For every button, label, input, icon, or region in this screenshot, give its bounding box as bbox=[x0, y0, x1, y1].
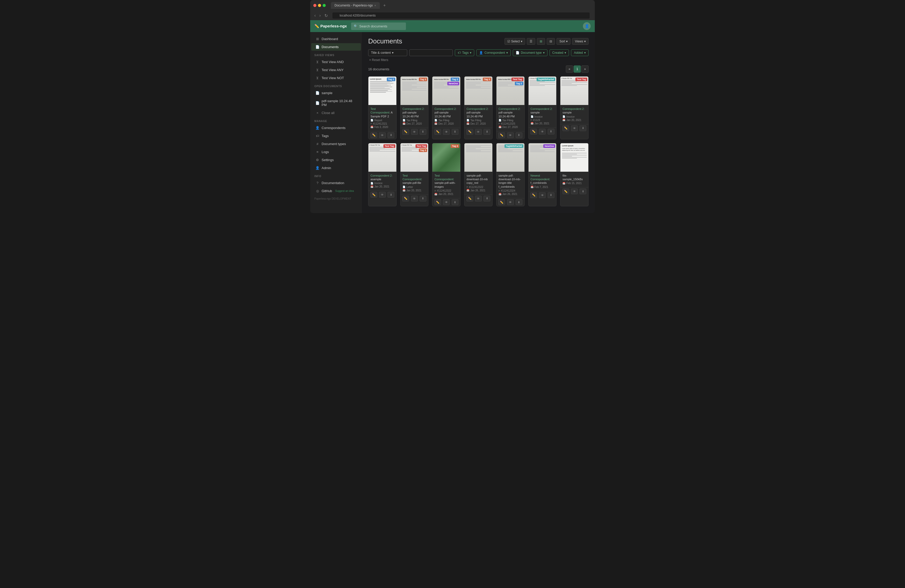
edit-btn-9[interactable]: ✏️ bbox=[402, 196, 409, 201]
address-bar[interactable]: localhost:4200/documents bbox=[332, 13, 590, 19]
doc-card-11[interactable]: sample-pdf-download-10-mb copy_red # #11… bbox=[464, 143, 492, 206]
view-btn-4[interactable]: 👁 bbox=[475, 129, 482, 135]
sidebar-item-logs[interactable]: ≡ Logs bbox=[311, 148, 361, 156]
correspondent-link-5[interactable]: Correspondent 2: bbox=[499, 107, 521, 110]
sidebar-item-view-not[interactable]: ⊻ Test View NOT bbox=[311, 74, 361, 82]
doctype-filter-button[interactable]: 📄 Document type ▾ bbox=[513, 49, 548, 56]
view-btn-14[interactable]: 👁 bbox=[571, 189, 578, 194]
correspondent-link-3[interactable]: Correspondent 2: bbox=[434, 107, 456, 110]
download-btn-11[interactable]: ⬇ bbox=[484, 196, 490, 201]
correspondent-link-6[interactable]: Correspondent 2: bbox=[530, 107, 553, 110]
reload-button[interactable]: ↻ bbox=[323, 13, 329, 19]
download-btn-13[interactable]: ⬇ bbox=[548, 192, 554, 198]
sidebar-item-documents[interactable]: 📄 Documents bbox=[311, 43, 361, 51]
view-btn-9[interactable]: 👁 bbox=[411, 196, 418, 201]
view-btn-2[interactable]: 👁 bbox=[411, 129, 418, 135]
detail-view-button[interactable]: ⊟ bbox=[547, 38, 555, 45]
browser-tab[interactable]: Documents - Paperless-ngx × bbox=[331, 2, 380, 9]
doc-card-5[interactable]: Adobe Acrobat PDF File Test Tag Tag 2 bbox=[496, 76, 525, 139]
tab-close-btn[interactable]: × bbox=[375, 4, 376, 7]
correspondent-link-4[interactable]: Correspondent 2: bbox=[467, 107, 489, 110]
doc-card-8[interactable]: A Simple PDF File Test Tag bbox=[368, 143, 397, 206]
sidebar-item-correspondents[interactable]: 👤 Correspondents bbox=[311, 124, 361, 132]
minimize-dot[interactable] bbox=[318, 4, 321, 7]
doc-card-14[interactable]: Lorem ipsum Lorem ipsum dolor sit amet, … bbox=[560, 143, 589, 206]
doc-card-1[interactable]: Lorem Ipsum bbox=[368, 76, 397, 139]
edit-btn-2[interactable]: ✏️ bbox=[402, 129, 409, 135]
download-btn-5[interactable]: ⬇ bbox=[516, 132, 522, 138]
view-btn-5[interactable]: 👁 bbox=[507, 132, 514, 138]
sidebar-item-github[interactable]: ◎ GitHub Suggest an idea bbox=[311, 187, 361, 195]
edit-btn-5[interactable]: ✏️ bbox=[498, 132, 505, 138]
view-btn-6[interactable]: 👁 bbox=[539, 129, 546, 135]
edit-btn-12[interactable]: ✏️ bbox=[498, 200, 505, 205]
select-button[interactable]: ☑ Select ▾ bbox=[505, 38, 525, 45]
edit-btn-1[interactable]: ✏️ bbox=[370, 132, 377, 138]
correspondent-link-10[interactable]: Test Correspondent: bbox=[434, 174, 454, 181]
forward-button[interactable]: › bbox=[318, 13, 322, 18]
maximize-dot[interactable] bbox=[322, 4, 326, 7]
sidebar-item-admin[interactable]: 👤 Admin bbox=[311, 164, 361, 172]
doc-card-9[interactable]: A Simple PDF File Test Tag Tag 3 bbox=[400, 143, 429, 206]
view-btn-11[interactable]: 👁 bbox=[475, 196, 482, 201]
edit-btn-10[interactable]: ✏️ bbox=[434, 200, 441, 205]
user-avatar-button[interactable]: 👤 bbox=[583, 22, 591, 30]
created-filter-button[interactable]: Created ▾ bbox=[549, 49, 569, 56]
doc-card-10[interactable]: Tag 3 Test Correspondent: sample-pdf-wit… bbox=[432, 143, 460, 206]
download-btn-3[interactable]: ⬇ bbox=[452, 129, 459, 135]
back-button[interactable]: ‹ bbox=[313, 13, 317, 18]
filter-text-input[interactable] bbox=[409, 49, 453, 56]
correspondent-link-13[interactable]: Newest Correspondent: bbox=[530, 174, 550, 181]
sort-button[interactable]: Sort ▾ bbox=[557, 38, 570, 45]
sidebar-item-tags[interactable]: 🏷 Tags bbox=[311, 132, 361, 139]
download-btn-9[interactable]: ⬇ bbox=[420, 196, 426, 201]
download-btn-2[interactable]: ⬇ bbox=[420, 129, 426, 135]
download-btn-6[interactable]: ⬇ bbox=[548, 129, 554, 135]
sidebar-item-documentation[interactable]: ? Documentation bbox=[311, 179, 361, 187]
download-btn-8[interactable]: ⬇ bbox=[387, 192, 394, 198]
prev-page-btn[interactable]: « bbox=[566, 65, 573, 73]
current-page-btn[interactable]: 1 bbox=[573, 65, 581, 73]
sidebar-item-dashboard[interactable]: ⊞ Dashboard bbox=[311, 35, 361, 43]
download-btn-14[interactable]: ⬇ bbox=[580, 189, 586, 194]
grid-view-button[interactable]: ⊞ bbox=[537, 38, 545, 45]
sidebar-item-document-types[interactable]: # Document types bbox=[311, 140, 361, 147]
text-filter-button[interactable]: Title & content ▾ bbox=[368, 49, 407, 56]
app-logo[interactable]: ✏️ Paperless-ngx bbox=[314, 24, 347, 29]
sidebar-item-open-sample[interactable]: 📄 sample bbox=[311, 89, 361, 97]
view-btn-8[interactable]: 👁 bbox=[379, 192, 386, 198]
edit-btn-11[interactable]: ✏️ bbox=[467, 196, 473, 201]
search-input[interactable] bbox=[351, 22, 406, 30]
doc-card-6[interactable]: A Simple PDF File TagWithPartial bbox=[528, 76, 557, 139]
new-tab-btn[interactable]: + bbox=[383, 3, 386, 8]
edit-btn-13[interactable]: ✏️ bbox=[530, 192, 537, 198]
view-btn-12[interactable]: 👁 bbox=[507, 200, 514, 205]
correspondent-link-2[interactable]: Correspondent 2: bbox=[403, 107, 425, 110]
doc-card-2[interactable]: Adobe Acrobat PDF File Ta bbox=[400, 76, 429, 139]
correspondent-link-7[interactable]: Correspondent 2: bbox=[562, 107, 584, 110]
next-page-btn[interactable]: » bbox=[581, 65, 589, 73]
download-btn-1[interactable]: ⬇ bbox=[387, 132, 394, 138]
edit-btn-8[interactable]: ✏️ bbox=[370, 192, 377, 198]
edit-btn-14[interactable]: ✏️ bbox=[562, 189, 569, 194]
sidebar-item-view-any[interactable]: ⊻ Test View ANY bbox=[311, 66, 361, 74]
view-btn-1[interactable]: 👁 bbox=[379, 132, 386, 138]
reset-filters-button[interactable]: × Reset filters bbox=[369, 58, 388, 62]
views-button[interactable]: Views ▾ bbox=[572, 38, 589, 45]
view-btn-7[interactable]: 👁 bbox=[571, 125, 578, 131]
download-btn-10[interactable]: ⬇ bbox=[452, 200, 459, 205]
correspondent-link-9[interactable]: Test Correspondent: bbox=[403, 174, 422, 181]
sidebar-item-view-and[interactable]: ⊻ Test View AND bbox=[311, 58, 361, 66]
close-dot[interactable] bbox=[313, 4, 316, 7]
download-btn-4[interactable]: ⬇ bbox=[484, 129, 490, 135]
correspondent-filter-button[interactable]: 👤 Correspondent ▾ bbox=[476, 49, 510, 56]
sidebar-item-open-pdf[interactable]: 📄 pdf-sample 10.24.48 PM bbox=[311, 97, 361, 109]
edit-btn-4[interactable]: ✏️ bbox=[467, 129, 473, 135]
edit-btn-3[interactable]: ✏️ bbox=[434, 129, 441, 135]
suggest-link[interactable]: Suggest an idea bbox=[335, 190, 354, 192]
doc-card-13[interactable]: NewOne Newest Correspondent: f_combineds… bbox=[528, 143, 557, 206]
correspondent-link-1[interactable]: Test Correspondent: bbox=[370, 107, 390, 114]
edit-btn-7[interactable]: ✏️ bbox=[562, 125, 569, 131]
correspondent-link-8[interactable]: Correspondent 2: bbox=[370, 174, 392, 177]
download-btn-12[interactable]: ⬇ bbox=[516, 200, 522, 205]
